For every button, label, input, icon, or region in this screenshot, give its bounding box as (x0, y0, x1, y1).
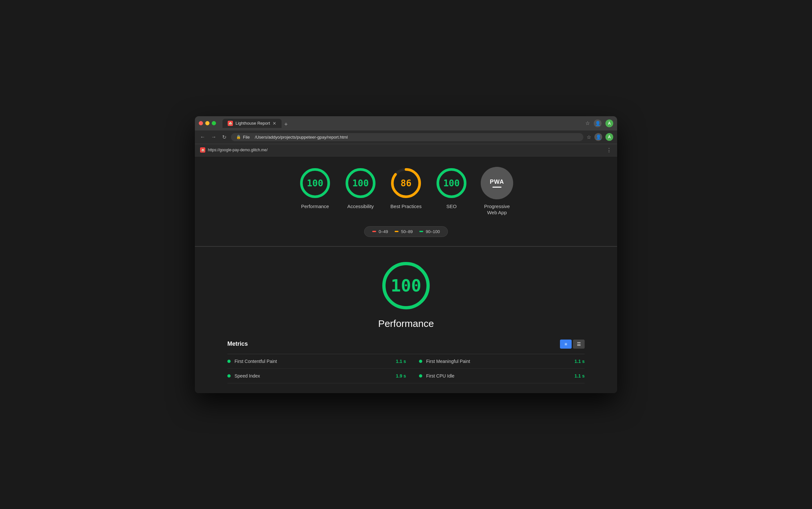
detail-performance-score: 100 (391, 276, 421, 296)
toggle-table-view[interactable]: ≡ (560, 340, 572, 349)
pwa-label-text: PWA (490, 178, 504, 185)
best-practices-label: Best Practices (390, 203, 422, 210)
table-icon: ≡ (564, 341, 567, 347)
pwa-circle: PWA (481, 167, 513, 199)
score-item-accessibility[interactable]: 100 Accessibility (344, 167, 377, 210)
performance-circle: 100 (299, 167, 331, 199)
page-content: 100 Performance 100 Accessibility (195, 157, 617, 393)
maximize-button[interactable] (212, 121, 216, 125)
chrome-profile-icon[interactable]: A (606, 133, 613, 141)
performance-score: 100 (307, 177, 324, 188)
profile-icon[interactable]: A (606, 120, 613, 127)
metric-dot-fmp (419, 360, 422, 363)
scores-row: 100 Performance 100 Accessibility (299, 167, 513, 216)
seo-circle: 100 (435, 167, 468, 199)
legend-dot-red (372, 231, 376, 232)
address-path: /Users/addyo/projects/puppeteer-gpay/rep… (255, 135, 348, 140)
score-item-pwa[interactable]: PWA Progressive Web App (481, 167, 513, 216)
pwa-dash (492, 186, 501, 188)
close-button[interactable] (199, 121, 203, 125)
pwa-label: Progressive Web App (484, 203, 510, 216)
score-item-performance[interactable]: 100 Performance (299, 167, 331, 210)
legend-item-fail: 0–49 (372, 229, 388, 234)
address-right-icons: ☆ 👤 A (587, 133, 613, 141)
tab-close-button[interactable]: ✕ (272, 121, 277, 126)
account-circle-icon[interactable]: 👤 (594, 133, 602, 141)
metric-name-si: Speed Index (234, 373, 387, 378)
traffic-lights (199, 121, 216, 125)
accessibility-label: Accessibility (347, 203, 374, 210)
forward-button[interactable]: → (210, 133, 218, 141)
security-icon: 🔒 (236, 135, 241, 139)
metrics-grid: First Contentful Paint 1.1 s Speed Index… (227, 354, 585, 383)
score-item-best-practices[interactable]: 86 Best Practices (390, 167, 422, 210)
legend-dot-orange (395, 231, 398, 232)
metrics-toggle: ≡ ☰ (560, 340, 585, 349)
address-protocol: File (243, 135, 250, 140)
metric-value-fcp: 1.1 s (396, 359, 406, 364)
metric-dot-si (227, 374, 231, 377)
score-item-seo[interactable]: 100 SEO (435, 167, 468, 210)
address-separator (252, 135, 253, 140)
minimize-button[interactable] (205, 121, 209, 125)
seo-label: SEO (446, 203, 457, 210)
scores-section: 100 Performance 100 Accessibility (195, 157, 617, 247)
subtitle-url: https://google-pay-demo.glitch.me/ (208, 148, 268, 152)
subtitle-favicon: 🏠 (200, 147, 205, 152)
score-legend: 0–49 50–89 90–100 (364, 226, 448, 237)
address-input[interactable]: 🔒 File /Users/addyo/projects/puppeteer-g… (231, 133, 583, 141)
list-icon: ☰ (577, 341, 581, 347)
user-account-icon[interactable]: 👤 (594, 120, 602, 127)
metrics-right-column: First Meaningful Paint 1.1 s First CPU I… (406, 354, 585, 383)
metric-row-fci: First CPU Idle 1.1 s (406, 369, 585, 383)
metric-value-si: 1.9 s (396, 373, 406, 378)
metric-value-fci: 1.1 s (575, 373, 585, 378)
best-practices-circle: 86 (390, 167, 422, 199)
metrics-header: Metrics ≡ ☰ (227, 340, 585, 349)
address-bar: ← → ↻ 🔒 File /Users/addyo/projects/puppe… (195, 131, 617, 144)
metrics-left-column: First Contentful Paint 1.1 s Speed Index… (227, 354, 406, 383)
metric-row-fcp: First Contentful Paint 1.1 s (227, 354, 406, 369)
metric-dot-fcp (227, 360, 231, 363)
legend-range-average: 50–89 (401, 229, 413, 234)
metric-dot-fci (419, 374, 422, 377)
star-icon[interactable]: ☆ (585, 120, 590, 126)
performance-label: Performance (301, 203, 329, 210)
metrics-title: Metrics (227, 341, 248, 347)
metrics-section: Metrics ≡ ☰ (227, 340, 585, 383)
subtitle-menu-button[interactable]: ⋮ (607, 147, 612, 153)
subtitle-bar: 🏠 https://google-pay-demo.glitch.me/ ⋮ (195, 144, 617, 157)
bookmark-icon[interactable]: ☆ (587, 134, 591, 140)
back-button[interactable]: ← (199, 133, 206, 141)
title-bar: 🏠 Lighthouse Report ✕ + ☆ 👤 A (195, 116, 617, 131)
active-tab[interactable]: 🏠 Lighthouse Report ✕ (223, 119, 282, 128)
title-bar-icons: ☆ 👤 A (585, 120, 613, 127)
metric-name-fcp: First Contentful Paint (234, 359, 387, 364)
detail-section-title: Performance (378, 318, 434, 329)
seo-score: 100 (443, 177, 460, 188)
legend-item-pass: 90–100 (419, 229, 440, 234)
new-tab-button[interactable]: + (284, 121, 288, 128)
detail-section: 100 Performance Metrics ≡ ☰ (195, 247, 617, 393)
legend-item-average: 50–89 (395, 229, 413, 234)
legend-dot-green (419, 231, 423, 232)
metric-row-fmp: First Meaningful Paint 1.1 s (406, 354, 585, 369)
tab-favicon: 🏠 (228, 121, 233, 126)
reload-button[interactable]: ↻ (221, 133, 228, 141)
legend-range-pass: 90–100 (426, 229, 440, 234)
metric-value-fmp: 1.1 s (575, 359, 585, 364)
browser-window: 🏠 Lighthouse Report ✕ + ☆ 👤 A ← → ↻ 🔒 Fi… (195, 116, 617, 393)
metric-name-fci: First CPU Idle (426, 373, 565, 378)
toggle-list-view[interactable]: ☰ (573, 340, 585, 349)
tab-label: Lighthouse Report (235, 121, 270, 126)
detail-performance-circle: 100 (380, 260, 432, 312)
metric-row-si: Speed Index 1.9 s (227, 369, 406, 383)
accessibility-score: 100 (352, 177, 369, 188)
legend-range-fail: 0–49 (379, 229, 388, 234)
tabs-area: 🏠 Lighthouse Report ✕ + (223, 119, 583, 128)
accessibility-circle: 100 (344, 167, 377, 199)
metric-name-fmp: First Meaningful Paint (426, 359, 565, 364)
best-practices-score: 86 (400, 177, 412, 188)
